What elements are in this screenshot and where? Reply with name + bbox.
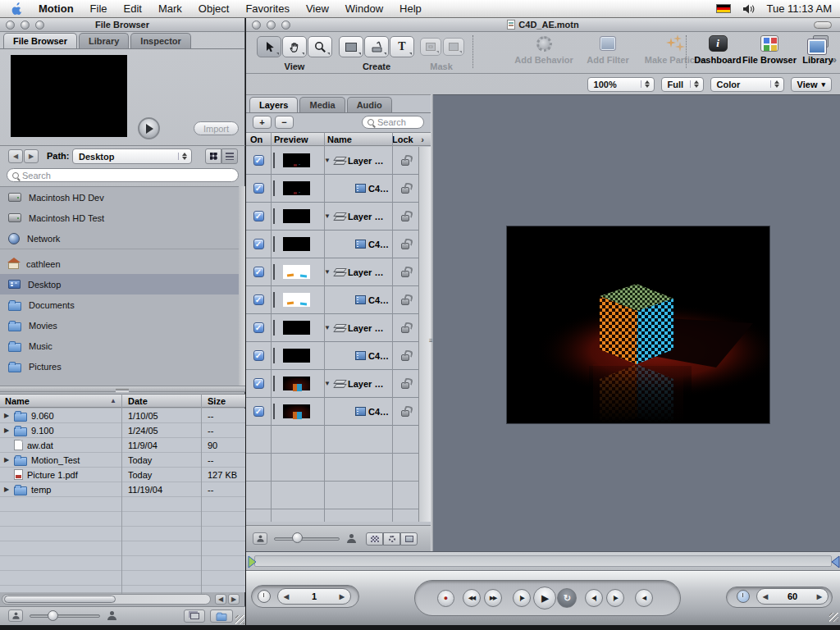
view-menu-button[interactable]: View▾ [791,77,832,92]
minimize-button[interactable] [267,21,276,30]
layer-name-cell[interactable]: ▼Layer … [324,156,392,166]
layer-name-cell[interactable]: C4… [324,184,392,194]
minimize-button[interactable] [21,21,30,30]
canvas-render[interactable] [507,226,769,423]
layer-name-cell[interactable]: C4… [324,407,392,417]
scrollbar-thumb[interactable] [4,596,116,603]
unlocked-icon[interactable] [401,354,409,361]
layer-name-cell[interactable]: ▼Layer … [324,323,392,333]
file-browser-titlebar[interactable]: File Browser [0,18,244,32]
layer-visibility-checkbox[interactable]: ✓ [253,322,264,333]
play-button[interactable]: ▶ [533,587,556,609]
small-icons-button[interactable] [8,609,23,622]
sidebar-item-macintosh-hd-dev[interactable]: Macintosh HD Dev [0,187,239,208]
tab-media[interactable]: Media [299,97,345,112]
menu-help[interactable]: Help [391,0,430,17]
go-to-end-button[interactable]: ▶▶ [484,589,502,607]
step-forward-button[interactable]: |▶ [606,589,624,607]
zoom-button[interactable] [281,21,290,30]
column-expand-icon[interactable]: › [417,135,428,144]
table-row[interactable]: aw.dat11/9/0490 [0,438,245,453]
text-tool-button[interactable]: T [390,36,414,57]
go-to-start-button[interactable]: ◀◀ [463,589,481,607]
disclosure-icon[interactable]: ▶ [3,456,10,463]
current-frame-field[interactable]: ◀ 1 ▶ [277,588,351,605]
sidebar-item-macintosh-hd-test[interactable]: Macintosh HD Test [0,208,239,228]
volume-icon[interactable] [742,3,756,15]
timecode-clock-icon[interactable] [258,590,271,603]
close-button[interactable] [6,21,15,30]
resize-grip[interactable] [829,613,838,622]
tab-audio[interactable]: Audio [347,97,392,112]
icon-size-slider[interactable] [30,614,100,618]
scroll-left-button[interactable]: ◀ [215,594,226,605]
toolbar-toggle-pill[interactable] [814,21,832,29]
resize-grip[interactable] [235,615,244,624]
table-row[interactable]: ▶Motion_TestToday-- [0,453,245,468]
layers-search-field[interactable]: Search [362,116,424,129]
unlocked-icon[interactable] [401,271,409,277]
disclosure-icon[interactable]: ▼ [324,212,331,220]
layer-name-cell[interactable]: C4… [324,240,392,249]
disclosure-icon[interactable]: ▶ [3,486,10,493]
column-header-size[interactable]: Size [201,396,245,406]
record-button[interactable]: ● [437,590,454,607]
zoom-level-select[interactable]: 100% [587,77,655,92]
channels-select[interactable]: Color [710,77,784,92]
menu-motion[interactable]: Motion [30,0,82,17]
menu-view[interactable]: View [298,0,337,17]
sidebar-item-network[interactable]: Network [0,228,239,249]
show-behaviors-button[interactable] [383,532,400,546]
tab-layers[interactable]: Layers [249,97,298,112]
play-range-start-marker[interactable] [248,555,258,568]
frame-down-arrow[interactable]: ◀ [284,593,289,600]
input-language-flag-icon[interactable] [716,4,731,13]
remove-layer-button[interactable]: − [275,116,294,129]
document-proxy-icon[interactable] [507,20,515,30]
sidebar-item-music[interactable]: Music [0,336,239,356]
preview-play-button[interactable] [138,117,160,139]
unlocked-icon[interactable] [401,187,409,194]
unlocked-icon[interactable] [401,243,409,249]
unlocked-icon[interactable] [401,159,409,166]
shape-tool-button[interactable] [339,36,363,57]
layer-visibility-checkbox[interactable]: ✓ [253,378,264,389]
layer-visibility-checkbox[interactable]: ✓ [253,239,264,249]
layer-visibility-checkbox[interactable]: ✓ [253,294,264,305]
audio-button[interactable]: ◀ [635,589,653,607]
column-header-date[interactable]: Date [121,396,201,406]
sidebar-item-desktop[interactable]: Desktop [0,274,239,294]
table-row[interactable]: ▶temp11/19/04-- [0,482,245,497]
file-browser-button[interactable]: File Browser [738,34,801,65]
table-row[interactable]: Picture 1.pdfToday127 KB [0,468,245,482]
sidebar-item-documents[interactable]: Documents [0,294,239,315]
menu-object[interactable]: Object [190,0,238,17]
hand-tool-button[interactable] [282,36,307,57]
browser-splitter[interactable] [0,386,245,392]
path-forward-button[interactable]: ▶ [24,149,39,163]
disclosure-icon[interactable]: ▼ [324,157,331,164]
disclosure-icon[interactable]: ▶ [3,412,10,419]
menu-window[interactable]: Window [337,0,391,17]
menu-clock[interactable]: Tue 11:13 AM [767,2,833,15]
layer-visibility-checkbox[interactable]: ✓ [253,183,264,194]
show-filters-button[interactable] [400,532,418,546]
layers-scrollbar[interactable] [418,147,431,522]
disclosure-icon[interactable]: ▼ [324,380,331,387]
loop-button[interactable]: ↻ [557,588,577,608]
tab-inspector[interactable]: Inspector [130,33,191,48]
layer-visibility-checkbox[interactable]: ✓ [253,406,264,417]
tab-file-browser[interactable]: File Browser [3,33,77,48]
unlocked-icon[interactable] [401,410,409,417]
unlocked-icon[interactable] [401,299,409,305]
play-from-start-button[interactable]: |▶ [513,589,531,607]
layer-visibility-checkbox[interactable]: ✓ [253,211,264,221]
add-layer-button[interactable]: + [253,116,272,129]
menu-edit[interactable]: Edit [116,0,150,17]
slider-knob[interactable] [292,532,303,543]
step-back-button[interactable]: ◀| [585,589,603,607]
sidebar-item-cathleen[interactable]: cathleen [0,253,239,274]
close-button[interactable] [252,21,261,30]
apple-menu[interactable] [0,2,30,15]
import-button[interactable]: Import [194,121,239,135]
